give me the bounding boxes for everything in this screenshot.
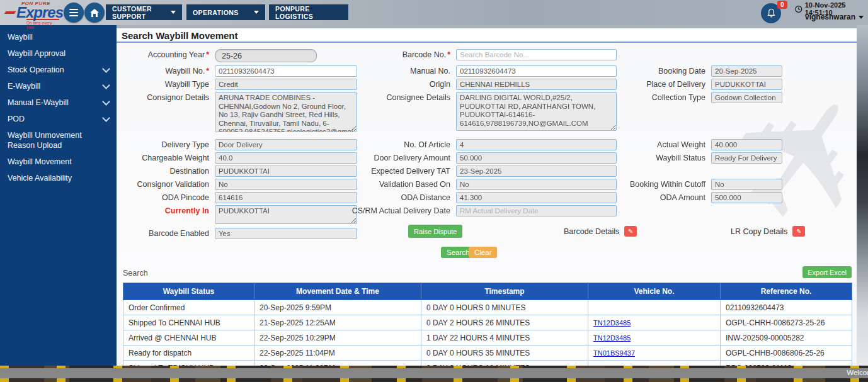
field-barcode-enabled: Barcode Enabled [117,228,357,239]
field-place-of-delivery: Place of Delivery [595,79,782,90]
nav-operations[interactable]: OPERATIONS [186,4,265,20]
table-row: Arrived @ CHENNAI HUB 22-Sep-2025 10:29P… [123,330,852,345]
top-header: PON PURE Expres On time every time CUSTO… [0,0,868,25]
field-label: Consignor Validation [117,179,209,189]
cell-reference-no: OGPL-CHHB-0086806-25-26 [721,345,852,361]
field-label: Origin [340,79,450,89]
sidebar-item-label: Waybill Movement [8,157,72,167]
nav-label: PONPURE LOGISTICS [275,5,342,20]
sidebar-item-manual-e-waybill[interactable]: Manual E-Waybill [0,94,117,111]
cell-reference-no: 02110932604473 [721,300,852,315]
accounting-year-select[interactable] [215,49,317,62]
menu-toggle-button[interactable] [64,3,84,23]
sidebar-item-vehicle-availability[interactable]: Vehicle Availability [0,170,117,186]
field-currently-in: Currently In PUDUKKOTTAI [117,205,357,224]
vehicle-no-link[interactable]: TN01BS9437 [593,349,635,357]
field-booking-date: Booking Date [595,65,782,77]
field-label: Consignor Details [117,92,209,103]
clock-icon [795,5,802,13]
field-label: CS/RM Actual Delivery Date [340,205,450,216]
sidebar-item-waybill-approval[interactable]: Waybill Approval [0,45,117,62]
cell-status: Ready for dispatch [123,345,254,361]
field-validation-based-on: Validation Based On [340,179,617,190]
sidebar-item-e-waybill[interactable]: E-Waybill [0,78,117,94]
cell-movement-datetime: 22-Sep-2025 10:29PM [254,330,421,345]
field-oda-pincode: ODA Pincode [117,192,357,203]
cell-vehicle-no: TN12D3485 [588,315,721,330]
lr-copy-details-label: LR Copy Details [731,227,787,236]
cell-movement-datetime: 20-Sep-2025 9:59PM [254,300,421,315]
destination-field [215,166,357,177]
lr-copy-details-edit-button[interactable]: ✎ [792,226,805,237]
home-button[interactable] [84,3,105,23]
field-expected-delivery-tat: Expected Delivery TAT [340,166,617,177]
required-mark: * [206,67,209,76]
field-booking-within-cutoff: Booking Within Cutoff [595,179,782,190]
field-label: Manual No. [340,65,450,76]
clear-button[interactable]: Clear [469,247,497,258]
cell-vehicle-no: TN12D3485 [588,330,721,345]
field-label: Currently In [117,205,209,216]
sidebar-item-stock-operation[interactable]: Stock Operation [0,62,117,78]
field-label: Chargeable Weight [117,152,209,163]
waybill-movement-table: Waybill Status Movement Date & Time Time… [123,283,852,369]
waybill-no-input[interactable] [215,65,357,77]
field-label: No. Of Article [340,139,450,150]
sidebar-item-waybill-movement[interactable]: Waybill Movement [0,154,117,170]
sidebar-item-pod[interactable]: POD [0,111,117,127]
sidebar-item-waybill[interactable]: Waybill [0,29,117,45]
logo-main-text: Expres [5,6,66,19]
hamburger-icon [69,12,78,13]
field-oda-distance: ODA Distance [340,192,617,203]
field-label: Accounting Year [148,50,205,59]
nav-customer-support[interactable]: CUSTOMER SUPPORT [106,4,182,20]
booking-within-cutoff-field [711,179,782,190]
currently-in-textarea: PUDUKKOTTAI [215,205,357,224]
field-label: Barcode Enabled [117,228,209,239]
cell-reference-no: INW-202509-00005282 [721,330,852,345]
sidebar-item-waybill-unmovement-reason-upload[interactable]: Waybill Unmovement Reason Upload [0,127,117,154]
lr-copy-details-group: LR Copy Details ✎ [731,226,805,237]
user-menu[interactable]: vigneshwaran [805,13,864,21]
required-mark: * [447,50,450,59]
vehicle-no-link[interactable]: TN12D3485 [593,319,631,327]
table-row: Ready for dispatch 22-Sep-2025 11:04PM 0… [123,345,852,361]
cell-timestamp: 0 DAY 0 HOURS 0 MINUTES [421,300,588,315]
required-mark: * [206,50,209,59]
sidebar-nav: Waybill Waybill Approval Stock Operation… [0,25,117,366]
field-chargeable-weight: Chargeable Weight [117,152,357,164]
edit-icon: ✎ [796,228,801,235]
vehicle-no-link[interactable]: TN12D3485 [593,334,631,342]
field-label: Expected Delivery TAT [340,166,450,176]
notification-count-badge: 0 [777,1,787,9]
collection-type-field [711,92,782,103]
cell-timestamp: 1 DAY 22 HOURS 4 MINUTES [421,330,588,345]
results-section-label: Search [123,269,148,278]
oda-amount-field [711,192,782,203]
page-title-bar: Search Waybill Movement [117,28,857,43]
raise-dispute-button[interactable]: Raise Dispute [408,225,462,238]
actual-weight-field [711,139,782,150]
home-icon [89,8,100,18]
field-label: Waybill Type [117,79,209,89]
barcode-no-input[interactable] [456,49,617,60]
field-collection-type: Collection Type [595,92,782,103]
manual-no-input[interactable] [456,65,617,77]
field-label: Actual Weight [595,139,705,150]
export-excel-button[interactable]: Export Excel [802,266,852,278]
cell-movement-datetime: 22-Sep-2025 11:04PM [254,345,421,361]
field-label: Waybill No. [165,67,205,76]
booking-date-field [711,65,782,77]
field-label: Waybill Status [595,152,705,163]
sidebar-item-label: Waybill Unmovement Reason Upload [8,130,109,150]
chevron-down-icon [171,11,176,14]
cell-status: Shipped To CHENNAI HUB [123,315,254,330]
field-cs-rm-actual-delivery-date: CS/RM Actual Delivery Date [340,205,617,216]
place-of-delivery-field [711,79,782,90]
nav-ponpure-logistics[interactable]: PONPURE LOGISTICS [269,4,348,20]
barcode-details-edit-button[interactable]: ✎ [624,226,637,237]
field-actual-weight: Actual Weight [595,139,782,150]
chevron-down-icon [102,65,110,73]
field-waybill-status: Waybill Status [595,152,782,164]
field-barcode-no: Barcode No.* [340,49,617,60]
